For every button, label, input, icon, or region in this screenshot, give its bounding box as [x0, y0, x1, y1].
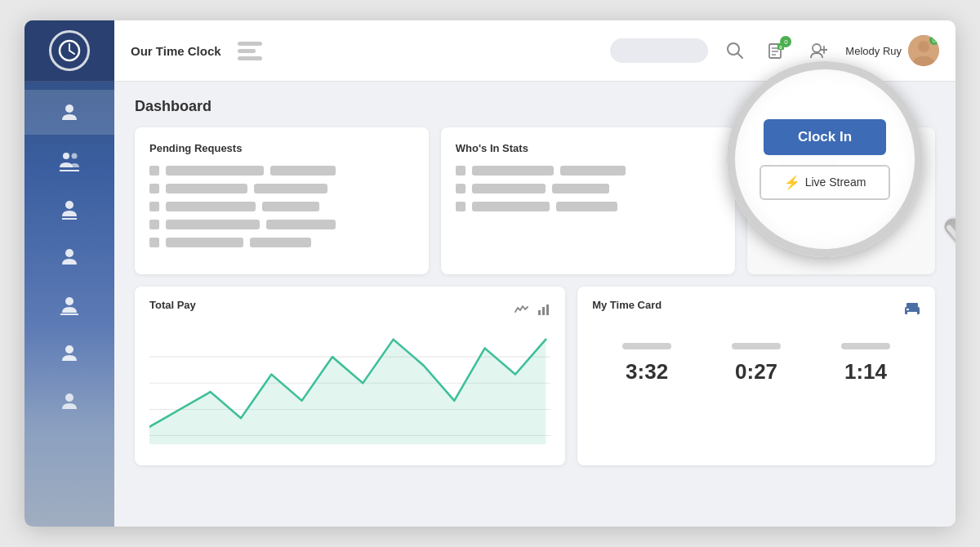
- total-pay-card: Total Pay: [135, 287, 565, 465]
- sidebar-item-timecards[interactable]: [24, 234, 114, 279]
- add-widget-label: Add: [785, 185, 805, 197]
- pending-row-1: [149, 166, 414, 176]
- skeleton-dot: [149, 166, 159, 176]
- time-card-title: My Time Card: [592, 299, 662, 311]
- avatar: 0: [908, 35, 939, 66]
- avatar-badge: 0: [929, 35, 939, 45]
- whos-in-title: Who's In Stats: [456, 142, 720, 154]
- breadcrumb-line-2: [238, 49, 256, 53]
- sidebar-item-settings[interactable]: [24, 331, 114, 376]
- skeleton-dot: [762, 160, 772, 170]
- whos-in-card: Who's In Stats: [441, 127, 735, 274]
- sidebar-item-schedule[interactable]: [24, 186, 114, 231]
- skeleton-dot: [456, 202, 466, 211]
- whos-in-list: [456, 166, 720, 211]
- reports-badge: 0: [780, 36, 791, 47]
- search-icon[interactable]: [720, 36, 750, 65]
- dashboard-title: Dashboard: [135, 98, 935, 115]
- svg-point-13: [65, 394, 74, 402]
- sidebar-item-dashboard[interactable]: [24, 90, 114, 135]
- svg-point-9: [65, 249, 74, 257]
- pending-requests-title: Pending Requests: [149, 142, 414, 154]
- reports-icon[interactable]: 0 0: [762, 36, 791, 65]
- whos-in-row-2: [456, 184, 720, 193]
- skeleton-line: [166, 220, 260, 229]
- time-stat-1: 3:32: [622, 343, 671, 385]
- skeleton-dot: [456, 166, 466, 176]
- total-pay-title: Total Pay: [149, 299, 196, 311]
- time-stat-value-1: 3:32: [626, 359, 668, 384]
- bar-chart-icon[interactable]: [537, 304, 550, 318]
- svg-rect-36: [907, 312, 917, 316]
- user-info[interactable]: Melody Ruy 0: [845, 35, 939, 66]
- svg-rect-37: [906, 309, 909, 310]
- skeleton-line: [778, 160, 835, 170]
- time-stat-2: 0:27: [732, 343, 781, 385]
- total-pay-icons: [514, 304, 550, 318]
- pending-row-3: [149, 202, 414, 211]
- total-pay-chart: [149, 331, 550, 453]
- skeleton-line: [556, 202, 617, 211]
- main-content: Our Time Clock: [114, 20, 956, 527]
- sidebar: [24, 20, 114, 527]
- svg-rect-28: [542, 307, 545, 315]
- skeleton-line: [166, 184, 247, 193]
- svg-point-10: [65, 297, 74, 305]
- skeleton-line: [270, 166, 336, 176]
- breadcrumb-line-3: [238, 56, 262, 60]
- sidebar-item-reports[interactable]: [24, 282, 114, 327]
- skeleton-dot: [149, 238, 159, 247]
- skeleton-dot: [762, 142, 772, 152]
- svg-point-4: [63, 153, 69, 159]
- pending-requests-list: [149, 166, 414, 247]
- skeleton-line: [250, 238, 311, 247]
- skeleton-line: [552, 184, 609, 193]
- user-name: Melody Ruy: [845, 45, 902, 57]
- sidebar-item-admin[interactable]: [24, 379, 114, 424]
- search-bar[interactable]: [610, 38, 708, 63]
- svg-point-3: [65, 105, 74, 113]
- topbar: Our Time Clock: [114, 20, 956, 82]
- svg-line-15: [737, 53, 742, 58]
- skeleton-line: [266, 220, 336, 229]
- svg-rect-27: [538, 310, 541, 315]
- add-widget-button[interactable]: + Add: [762, 182, 920, 198]
- add-row-1: [762, 142, 920, 152]
- whos-in-row-3: [456, 202, 720, 211]
- svg-point-22: [813, 44, 821, 52]
- logo-icon: [49, 30, 90, 71]
- sidebar-nav: [24, 82, 114, 432]
- time-card-header: My Time Card: [592, 299, 920, 322]
- skeleton-line: [472, 184, 546, 193]
- skeleton-dot: [149, 202, 159, 211]
- print-icon[interactable]: [904, 302, 920, 320]
- time-stat-label-1: [622, 343, 671, 349]
- time-stat-3: 1:14: [841, 343, 890, 385]
- skeleton-dot: [149, 220, 159, 229]
- svg-rect-29: [546, 305, 549, 315]
- skeleton-line: [254, 184, 327, 193]
- sidebar-logo[interactable]: [24, 20, 114, 82]
- svg-point-7: [65, 201, 74, 209]
- user-add-icon[interactable]: [804, 36, 833, 65]
- app-title: Our Time Clock: [131, 44, 221, 58]
- sidebar-item-employees[interactable]: [24, 138, 114, 183]
- breadcrumb: [238, 42, 262, 60]
- total-pay-header: Total Pay: [149, 299, 550, 322]
- time-card-card: My Time Card: [577, 287, 935, 465]
- breadcrumb-line-1: [238, 42, 262, 46]
- add-widget-card: + Add: [747, 127, 935, 274]
- add-circle-icon: +: [762, 182, 778, 198]
- svg-point-5: [72, 153, 78, 158]
- bottom-cards-row: Total Pay: [135, 287, 935, 465]
- skeleton-line: [560, 166, 626, 176]
- time-stat-label-2: [732, 343, 781, 349]
- pending-row-4: [149, 220, 414, 229]
- whos-in-row-1: [456, 166, 720, 176]
- top-cards-row: Pending Requests: [135, 127, 935, 274]
- skeleton-line: [472, 166, 554, 176]
- wave-chart-icon[interactable]: [514, 304, 529, 318]
- pending-requests-card: Pending Requests: [135, 127, 429, 274]
- add-widget-list: [762, 142, 920, 170]
- pending-row-5: [149, 238, 414, 247]
